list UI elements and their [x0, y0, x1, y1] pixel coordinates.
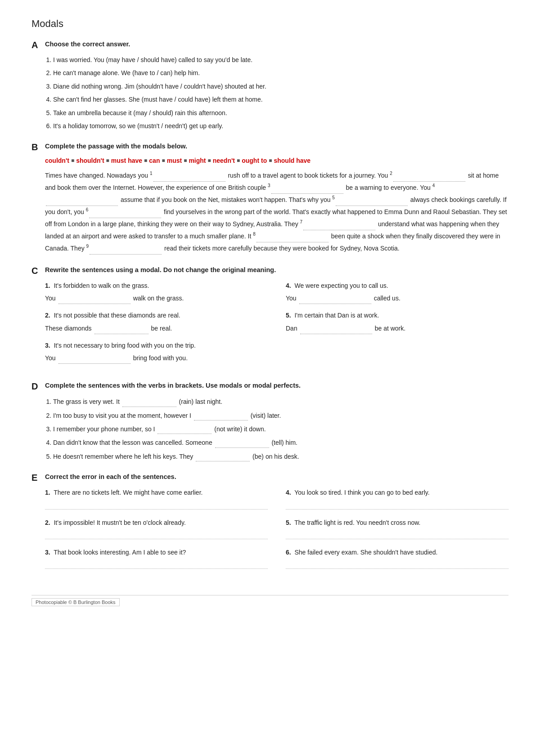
answer-line-e5[interactable] — [286, 530, 508, 539]
blank-d3[interactable] — [158, 424, 212, 434]
section-e-left: 1. There are no tickets left. We might h… — [45, 488, 268, 577]
section-e-right: 4. You look so tired. I think you can go… — [286, 488, 508, 577]
list-item: 4. We were expecting you to call us. You… — [286, 281, 508, 304]
word-bank-item: must — [167, 157, 182, 164]
section-e-letter: E — [32, 472, 41, 483]
list-item: He doesn't remember where he left his ke… — [53, 451, 508, 461]
list-item: 5. The traffic light is red. You needn't… — [286, 518, 508, 539]
section-d-body: The grass is very wet. It (rain) last ni… — [45, 396, 508, 461]
footer: Photocopiable © B Burlington Books — [32, 595, 508, 606]
section-c-body: 1. It's forbidden to walk on the grass. … — [45, 281, 508, 371]
blank-c1[interactable] — [58, 292, 130, 304]
section-c-instruction: Rewrite the sentences using a modal. Do … — [45, 265, 276, 274]
section-e-instruction: Correct the error in each of the sentenc… — [45, 472, 176, 481]
word-bank-item: can — [149, 157, 160, 164]
blank-9[interactable] — [90, 242, 162, 255]
blank-5[interactable] — [336, 194, 408, 206]
blank-c4[interactable] — [299, 292, 371, 304]
word-bank-item: must have — [111, 157, 142, 164]
list-item: 1. It's forbidden to walk on the grass. … — [45, 281, 268, 304]
section-b: B Complete the passage with the modals b… — [32, 142, 508, 254]
list-item: I remember your phone number, so I (not … — [53, 424, 508, 434]
section-c-grid: 1. It's forbidden to walk on the grass. … — [45, 281, 508, 371]
word-bank-item: should have — [274, 157, 310, 164]
blank-c5[interactable] — [300, 322, 372, 334]
list-item: 2. It's impossible! It mustn't be ten o'… — [45, 518, 268, 539]
section-b-instruction: Complete the passage with the modals bel… — [45, 142, 187, 151]
section-e-body: 1. There are no tickets left. We might h… — [45, 488, 508, 577]
list-item: 3. That book looks interesting. Am I abl… — [45, 547, 268, 569]
section-d-instruction: Complete the sentences with the verbs in… — [45, 381, 301, 390]
answer-line-e3[interactable] — [45, 560, 268, 569]
word-bank-item: needn't — [213, 157, 235, 164]
blank-1[interactable] — [153, 170, 225, 182]
footer-text: Photocopiable © B Burlington Books — [32, 598, 120, 606]
section-a-letter: A — [32, 40, 41, 50]
list-item: 3. It's not necessary to bring food with… — [45, 340, 268, 364]
list-item: 2. It's not possible that these diamonds… — [45, 310, 268, 334]
section-a: A Choose the correct answer. I was worri… — [32, 40, 508, 131]
section-d: D Complete the sentences with the verbs … — [32, 381, 508, 461]
blank-d1[interactable] — [122, 396, 176, 407]
blank-d2[interactable] — [194, 410, 248, 420]
list-item: I was worried. You (may have / should ha… — [53, 55, 508, 65]
list-item: 4. You look so tired. I think you can go… — [286, 488, 508, 509]
section-d-list: The grass is very wet. It (rain) last ni… — [53, 396, 508, 461]
blank-3[interactable] — [271, 182, 343, 194]
section-b-body: couldn't ■ shouldn't ■ must have ■ can ■… — [45, 157, 508, 254]
section-d-letter: D — [32, 381, 41, 392]
section-e: E Correct the error in each of the sente… — [32, 472, 508, 577]
blank-2[interactable] — [393, 170, 465, 182]
section-e-grid: 1. There are no tickets left. We might h… — [45, 488, 508, 577]
list-item: She can't find her glasses. She (must ha… — [53, 94, 508, 104]
section-a-body: I was worried. You (may have / should ha… — [45, 55, 508, 131]
answer-line-e4[interactable] — [286, 501, 508, 510]
section-c-right: 4. We were expecting you to call us. You… — [286, 281, 508, 371]
blank-7[interactable] — [303, 218, 375, 230]
list-item: Dan didn't know that the lesson was canc… — [53, 437, 508, 447]
passage: Times have changed. Nowadays you 1 rush … — [45, 170, 508, 254]
list-item: It's a holiday tomorrow, so we (mustn't … — [53, 121, 508, 131]
word-bank-item: might — [189, 157, 206, 164]
section-c-letter: C — [32, 265, 41, 276]
word-bank: couldn't ■ shouldn't ■ must have ■ can ■… — [45, 157, 508, 164]
answer-line-e1[interactable] — [45, 501, 268, 510]
blank-4[interactable] — [46, 194, 118, 206]
page-title: Modals — [32, 18, 508, 30]
list-item: 1. There are no tickets left. We might h… — [45, 488, 268, 509]
list-item: He can't manage alone. We (have to / can… — [53, 68, 508, 78]
blank-8[interactable] — [256, 230, 328, 242]
list-item: I'm too busy to visit you at the moment,… — [53, 410, 508, 420]
answer-line-e2[interactable] — [45, 530, 268, 539]
section-a-instruction: Choose the correct answer. — [45, 40, 130, 49]
blank-d5[interactable] — [196, 451, 250, 461]
list-item: Take an umbrella because it (may / shoul… — [53, 108, 508, 118]
answer-line-e6[interactable] — [286, 560, 508, 569]
section-a-list: I was worried. You (may have / should ha… — [53, 55, 508, 131]
word-bank-item: ought to — [242, 157, 267, 164]
list-item: 5. I'm certain that Dan is at work. Dan … — [286, 310, 508, 334]
section-b-letter: B — [32, 142, 41, 152]
list-item: Diane did nothing wrong. Jim (shouldn't … — [53, 81, 508, 91]
list-item: 6. She failed every exam. She shouldn't … — [286, 547, 508, 569]
section-c-left: 1. It's forbidden to walk on the grass. … — [45, 281, 268, 371]
blank-d4[interactable] — [215, 437, 269, 447]
section-c: C Rewrite the sentences using a modal. D… — [32, 265, 508, 371]
list-item: The grass is very wet. It (rain) last ni… — [53, 396, 508, 407]
blank-6[interactable] — [89, 206, 161, 218]
word-bank-item: shouldn't — [76, 157, 104, 164]
blank-c3[interactable] — [58, 352, 130, 364]
blank-c2[interactable] — [94, 322, 148, 334]
word-bank-item: couldn't — [45, 157, 69, 164]
